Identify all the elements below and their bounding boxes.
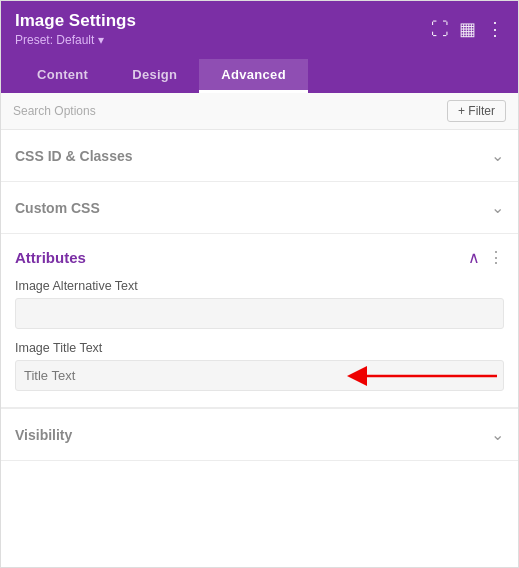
- panel-title: Image Settings: [15, 11, 136, 31]
- image-alt-text-label: Image Alternative Text: [15, 279, 504, 293]
- toolbar: Search Options + Filter: [1, 93, 518, 130]
- expand-icon[interactable]: ⛶: [431, 19, 449, 40]
- body: CSS ID & Classes ⌄ Custom CSS ⌄ Attribut…: [1, 130, 518, 567]
- image-title-text-input[interactable]: [15, 360, 504, 391]
- css-id-classes-label: CSS ID & Classes: [15, 148, 133, 164]
- css-id-classes-chevron: ⌄: [491, 146, 504, 165]
- custom-css-label: Custom CSS: [15, 200, 100, 216]
- css-id-classes-row[interactable]: CSS ID & Classes ⌄: [1, 130, 518, 182]
- tab-content[interactable]: Content: [15, 59, 110, 93]
- attributes-section: Attributes ∧ ⋮ Image Alternative Text Im…: [1, 234, 518, 408]
- visibility-label: Visibility: [15, 427, 72, 443]
- custom-css-row[interactable]: Custom CSS ⌄: [1, 182, 518, 234]
- tabs: Content Design Advanced: [15, 59, 504, 93]
- visibility-chevron: ⌄: [491, 425, 504, 444]
- grid-icon[interactable]: ▦: [459, 18, 476, 40]
- panel: Image Settings Preset: Default ⛶ ▦ ⋮ Con…: [0, 0, 519, 568]
- header-icons: ⛶ ▦ ⋮: [431, 18, 504, 40]
- tab-advanced[interactable]: Advanced: [199, 59, 308, 93]
- attributes-body: Image Alternative Text Image Title Text: [1, 275, 518, 407]
- filter-button[interactable]: + Filter: [447, 100, 506, 122]
- more-icon[interactable]: ⋮: [486, 18, 504, 40]
- header-top: Image Settings Preset: Default ⛶ ▦ ⋮: [15, 11, 504, 47]
- visibility-row[interactable]: Visibility ⌄: [1, 408, 518, 461]
- attributes-header[interactable]: Attributes ∧ ⋮: [1, 234, 518, 275]
- image-title-text-field-wrapper: [15, 360, 504, 391]
- search-options-label: Search Options: [13, 104, 96, 118]
- image-title-text-label: Image Title Text: [15, 341, 504, 355]
- tab-design[interactable]: Design: [110, 59, 199, 93]
- custom-css-chevron: ⌄: [491, 198, 504, 217]
- attributes-more-icon[interactable]: ⋮: [488, 248, 504, 267]
- image-alt-text-input[interactable]: [15, 298, 504, 329]
- header: Image Settings Preset: Default ⛶ ▦ ⋮ Con…: [1, 1, 518, 93]
- attributes-chevron-up[interactable]: ∧: [468, 248, 480, 267]
- attributes-title: Attributes: [15, 249, 86, 266]
- preset-selector[interactable]: Preset: Default: [15, 33, 136, 47]
- attributes-header-icons: ∧ ⋮: [468, 248, 504, 267]
- header-title-group: Image Settings Preset: Default: [15, 11, 136, 47]
